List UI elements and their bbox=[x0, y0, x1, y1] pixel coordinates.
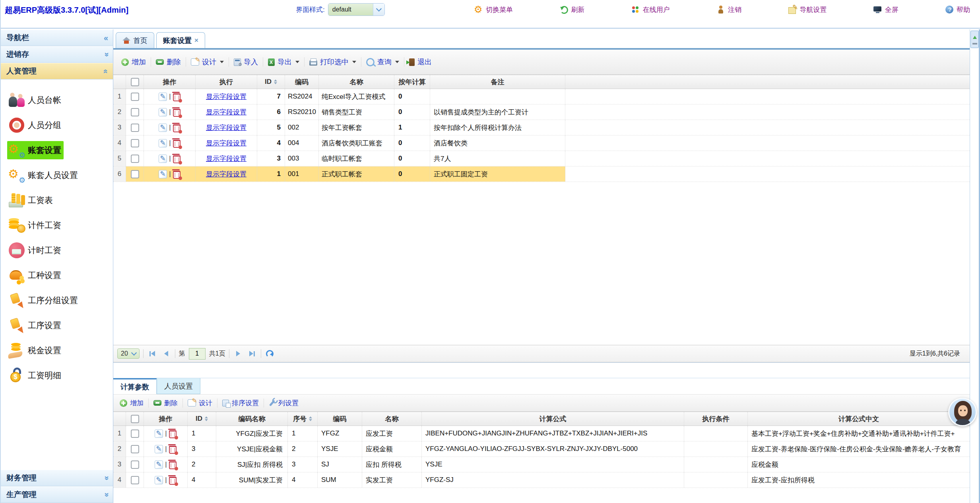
toolbar-button[interactable]: 退出 bbox=[404, 57, 437, 67]
sidebar-item[interactable]: 工资明细 bbox=[1, 363, 113, 388]
toolbar-button[interactable]: 打印选中 bbox=[304, 57, 361, 67]
display-fields-link[interactable]: 显示字段设置 bbox=[206, 123, 246, 132]
trash-icon[interactable] bbox=[173, 93, 180, 101]
panel-splitter[interactable] bbox=[113, 362, 970, 378]
select-all-checkbox[interactable] bbox=[131, 415, 139, 423]
header-menu-item[interactable]: 注销 bbox=[716, 5, 741, 14]
header-menu-item[interactable]: 刷新 bbox=[559, 5, 584, 14]
row-checkbox[interactable] bbox=[131, 460, 139, 469]
trash-icon[interactable] bbox=[173, 171, 180, 179]
table-row[interactable]: 3 | 2 SJ|应扣 所得税 3 SJ 应扣 所得税 YSJE 应税金额 bbox=[113, 457, 970, 472]
sidebar-item[interactable]: 人员分组 bbox=[1, 112, 113, 137]
row-checkbox[interactable] bbox=[131, 445, 139, 453]
edit-icon[interactable] bbox=[155, 460, 163, 469]
toolbar-button[interactable]: 增加 bbox=[115, 399, 148, 408]
trash-icon[interactable] bbox=[169, 446, 177, 454]
toolbar-button[interactable]: 增加 bbox=[116, 57, 151, 67]
refresh-grid-button[interactable] bbox=[265, 348, 275, 359]
sidebar-group-jxc[interactable]: 进销存 « bbox=[1, 46, 113, 63]
toolbar-button[interactable]: 导出 bbox=[263, 57, 304, 67]
toolbar-button[interactable]: 查询 bbox=[361, 57, 404, 67]
table-row[interactable]: 4 | 4 SUM|实发工资 4 SUM 实发工资 YFGZ-SJ 应发工资-应… bbox=[113, 472, 970, 488]
row-checkbox[interactable] bbox=[131, 139, 139, 147]
tab-home[interactable]: 首页 bbox=[116, 32, 154, 48]
edit-icon[interactable] bbox=[159, 108, 167, 116]
trash-icon[interactable] bbox=[169, 430, 177, 438]
prev-page-button[interactable] bbox=[161, 348, 171, 359]
toolbar-button[interactable]: 设计 bbox=[182, 399, 217, 408]
row-checkbox[interactable] bbox=[131, 93, 139, 101]
table-row[interactable]: 2 | 3 YSJE|应税金额 2 YSJE 应税金额 YFGZ-YANGLAO… bbox=[113, 441, 970, 457]
select-all-checkbox[interactable] bbox=[131, 78, 139, 86]
trash-icon[interactable] bbox=[173, 155, 180, 163]
trash-icon[interactable] bbox=[173, 109, 180, 117]
display-fields-link[interactable]: 显示字段设置 bbox=[206, 108, 246, 117]
edit-icon[interactable] bbox=[155, 445, 163, 453]
sidebar-item[interactable]: 计时工资 bbox=[1, 238, 113, 263]
page-number-input[interactable] bbox=[189, 348, 206, 360]
edit-icon[interactable] bbox=[159, 124, 167, 132]
trash-icon[interactable] bbox=[169, 477, 177, 485]
toolbar-button[interactable]: 排序设置 bbox=[217, 399, 264, 408]
last-page-button[interactable] bbox=[247, 348, 257, 359]
header-menu-item[interactable]: 帮助 bbox=[945, 5, 970, 14]
trash-icon[interactable] bbox=[173, 140, 180, 148]
next-page-button[interactable] bbox=[233, 348, 243, 359]
tab-staff-settings[interactable]: 人员设置 bbox=[157, 378, 200, 394]
sidebar-group-hr[interactable]: 人资管理 « bbox=[1, 63, 113, 79]
table-row[interactable]: 3 | 显示字段设置 5 002 按年工资帐套 1 按年扣除个人所得税计算办法 bbox=[113, 120, 970, 135]
assistant-avatar[interactable] bbox=[948, 398, 977, 426]
edit-icon[interactable] bbox=[155, 429, 163, 438]
row-checkbox[interactable] bbox=[131, 170, 139, 178]
tab-scroll-button[interactable] bbox=[970, 31, 979, 48]
row-checkbox[interactable] bbox=[131, 108, 139, 116]
sidebar-item[interactable]: 账套设置 bbox=[1, 137, 113, 163]
sidebar-item[interactable]: 计件工资 bbox=[1, 213, 113, 238]
col-id[interactable]: ID bbox=[257, 75, 285, 89]
toolbar-button[interactable]: 删除 bbox=[151, 57, 186, 67]
table-row[interactable]: 2 | 显示字段设置 6 RS20210 销售类型工资 0 以销售提成类型为主的… bbox=[113, 104, 970, 120]
toolbar-button[interactable]: 设计 bbox=[186, 57, 229, 67]
first-page-button[interactable] bbox=[147, 348, 157, 359]
sidebar-item[interactable]: 人员台帐 bbox=[1, 87, 113, 112]
edit-icon[interactable] bbox=[159, 170, 167, 178]
tab-account-set[interactable]: 账套设置 × bbox=[156, 32, 205, 48]
display-fields-link[interactable]: 显示字段设置 bbox=[206, 154, 246, 163]
sidebar-group-finance[interactable]: 财务管理 « bbox=[1, 470, 113, 486]
sidebar-nav-header[interactable]: 导航栏 « bbox=[1, 29, 113, 46]
row-checkbox[interactable] bbox=[131, 476, 139, 484]
header-menu-item[interactable]: 导航设置 bbox=[788, 5, 827, 14]
toolbar-button[interactable]: 列设置 bbox=[264, 399, 303, 408]
table-row[interactable]: 1 | 显示字段设置 7 RS2024 纯Excel导入工资模式 0 bbox=[113, 89, 970, 104]
row-checkbox[interactable] bbox=[131, 124, 139, 132]
edit-icon[interactable] bbox=[159, 139, 167, 147]
ui-style-select[interactable]: default bbox=[328, 3, 385, 16]
edit-icon[interactable] bbox=[159, 93, 167, 101]
edit-icon[interactable] bbox=[155, 476, 163, 484]
toolbar-button[interactable]: 删除 bbox=[148, 399, 182, 408]
table-row[interactable]: 1 | 1 YFGZ|应发工资 1 YFGZ 应发工资 JIBEN+FUDONG… bbox=[113, 426, 970, 441]
toolbar-button[interactable]: 导入 bbox=[229, 57, 263, 67]
sidebar-item[interactable]: 工序设置 bbox=[1, 313, 113, 338]
sidebar-item[interactable]: 税金设置 bbox=[1, 338, 113, 363]
table-row[interactable]: 4 | 显示字段设置 4 004 酒店餐饮类职工账套 0 酒店餐饮类 bbox=[113, 135, 970, 151]
display-fields-link[interactable]: 显示字段设置 bbox=[206, 92, 246, 101]
header-menu-item[interactable]: 全屏 bbox=[873, 5, 898, 14]
display-fields-link[interactable]: 显示字段设置 bbox=[206, 170, 246, 179]
close-icon[interactable]: × bbox=[194, 37, 198, 44]
col-seq[interactable]: 序号 bbox=[288, 412, 318, 426]
header-menu-item[interactable]: 在线用户 bbox=[631, 5, 670, 14]
row-checkbox[interactable] bbox=[131, 155, 139, 163]
sidebar-item[interactable]: 工序分组设置 bbox=[1, 288, 113, 313]
table-row[interactable]: 5 | 显示字段设置 3 003 临时职工帐套 0 共7人 bbox=[113, 151, 970, 166]
header-menu-item[interactable]: 切换菜单 bbox=[474, 5, 513, 14]
edit-icon[interactable] bbox=[159, 155, 167, 163]
sidebar-item[interactable]: 工种设置 bbox=[1, 263, 113, 288]
col-id[interactable]: ID bbox=[188, 412, 216, 426]
row-checkbox[interactable] bbox=[131, 429, 139, 438]
sidebar-item[interactable]: 工资表 bbox=[1, 188, 113, 213]
table-row[interactable]: 6 | 显示字段设置 1 001 正式职工帐套 0 正式职工固定工资 bbox=[113, 166, 970, 182]
tab-calc-params[interactable]: 计算参数 bbox=[113, 378, 157, 394]
sidebar-item[interactable]: 账套人员设置 bbox=[1, 163, 113, 188]
page-size-select[interactable]: 20 bbox=[117, 348, 140, 359]
